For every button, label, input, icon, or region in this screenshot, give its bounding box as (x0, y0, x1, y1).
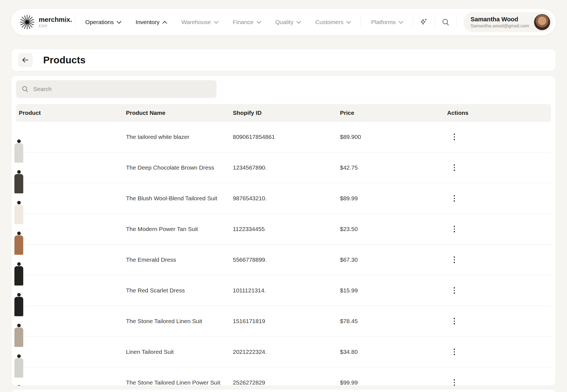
ai-assistant-button[interactable] (416, 9, 432, 35)
shopify-id-cell: 1122334455 (233, 226, 340, 232)
starburst-logo-icon (19, 14, 35, 30)
price-cell: $78.45 (340, 318, 447, 324)
column-header-actions: Actions (447, 110, 551, 116)
kebab-dot (454, 262, 455, 263)
brand-subtitle: ERP (39, 24, 72, 28)
page-header: Products (12, 49, 555, 71)
nav-item-inventory[interactable]: Inventory (128, 9, 174, 35)
nav-divider (435, 16, 435, 28)
products-table: Product Product Name Shopify ID Price Ac… (16, 104, 551, 386)
kebab-dot (454, 321, 455, 322)
chevron-down-icon (399, 19, 403, 24)
nav-item-platforms[interactable]: Platforms (364, 9, 410, 35)
row-actions-menu-button[interactable] (449, 347, 459, 357)
nav-item-customers[interactable]: Customers (308, 9, 358, 35)
nav-item-label: Customers (315, 19, 344, 25)
nav-item-warehouse[interactable]: Warehouse (174, 9, 225, 35)
chevron-down-icon (296, 19, 301, 24)
kebab-dot (454, 134, 455, 135)
user-name: Samantha Wood (471, 16, 529, 23)
kebab-dot (454, 259, 455, 261)
row-actions-menu-button[interactable] (449, 193, 459, 203)
product-name-cell: The Blush Wool-Blend Tailored Suit (126, 195, 233, 202)
nav-item-label: Operations (85, 19, 114, 25)
table-row[interactable]: Linen Tailored Suit 2021222324. $34.80 (16, 337, 551, 367)
product-name-cell: The Emerald Dress (126, 256, 233, 263)
table-row[interactable]: The Blush Wool-Blend Tailored Suit 98765… (16, 183, 551, 214)
row-actions-menu-button[interactable] (449, 224, 459, 234)
shopify-id-cell: 1234567890. (233, 164, 340, 171)
row-actions-menu-button[interactable] (449, 285, 459, 295)
price-cell: $42.75 (340, 164, 447, 171)
user-email: Samantha.wood@gmail.com (471, 23, 529, 28)
nav-divider (413, 16, 413, 28)
shopify-id-cell: 2021222324. (233, 349, 340, 355)
row-actions-menu-button[interactable] (449, 163, 459, 173)
kebab-dot (454, 256, 455, 258)
row-actions-menu-button[interactable] (449, 255, 459, 265)
nav-item-finance[interactable]: Finance (225, 9, 268, 35)
row-actions-menu-button[interactable] (449, 132, 459, 142)
search-bar[interactable] (16, 80, 217, 98)
search-icon (22, 85, 29, 93)
table-row[interactable]: The Red Scarlet Dress 1011121314. $15.99 (16, 275, 551, 306)
nav-menu: Operations Inventory Warehouse Finance Q… (78, 9, 358, 35)
kebab-dot (454, 167, 455, 168)
price-cell: $67.30 (340, 256, 447, 263)
kebab-dot (454, 229, 455, 230)
product-table-body: The tailored white blazer 8090617854861 … (16, 122, 551, 386)
kebab-dot (454, 287, 455, 289)
chevron-down-icon (346, 19, 351, 24)
price-cell: $89.900 (340, 134, 447, 140)
column-header-price: Price (340, 110, 447, 116)
arrow-left-icon (21, 56, 30, 64)
chevron-down-icon (117, 19, 121, 24)
chevron-up-icon (163, 21, 167, 26)
product-name-cell: The tailored white blazer (126, 134, 233, 140)
price-cell: $89.99 (340, 195, 447, 202)
back-button[interactable] (18, 53, 33, 67)
shopify-id-cell: 8090617854861 (233, 134, 340, 140)
kebab-dot (454, 164, 455, 166)
kebab-dot (454, 195, 455, 196)
product-name-cell: The Modern Power Tan Suit (126, 226, 233, 232)
table-row[interactable]: The Deep Chocolate Brown Dress 123456789… (16, 152, 551, 183)
brand-logo[interactable]: merchmix. ERP (19, 14, 72, 30)
product-name-cell: The Stone Tailored Linen Power Suit (126, 379, 233, 386)
kebab-dot (454, 290, 455, 291)
shopify-id-cell: 9876543210. (233, 195, 340, 202)
table-row[interactable]: The Stone Tailored Linen Power Suit 2526… (16, 367, 551, 386)
search-icon (441, 18, 450, 27)
row-actions-menu-button[interactable] (449, 378, 459, 386)
kebab-dot (454, 139, 455, 140)
kebab-dot (454, 231, 455, 232)
nav-item-label: Platforms (371, 19, 396, 25)
nav-item-label: Warehouse (181, 19, 211, 25)
nav-divider (75, 16, 75, 28)
products-panel: Product Product Name Shopify ID Price Ac… (12, 76, 555, 386)
search-button[interactable] (438, 9, 454, 35)
page-title: Products (43, 54, 86, 66)
price-cell: $34.80 (340, 349, 447, 355)
table-row[interactable]: The Emerald Dress 5566778899. $67.30 (16, 245, 551, 275)
price-cell: $99.99 (340, 379, 447, 386)
table-row[interactable]: The tailored white blazer 8090617854861 … (16, 122, 551, 152)
shopify-id-cell: 1011121314. (233, 287, 340, 294)
column-header-product-name: Product Name (126, 110, 233, 116)
nav-divider (457, 16, 457, 28)
chevron-down-icon (214, 19, 218, 24)
table-row[interactable]: The Stone Tailored Linen Suit 1516171819… (16, 306, 551, 337)
shopify-id-cell: 5566778899. (233, 256, 340, 263)
kebab-dot (454, 318, 455, 319)
user-profile-chip[interactable]: Samantha Wood Samantha.wood@gmail.com (463, 12, 553, 32)
kebab-dot (454, 385, 455, 386)
price-cell: $23.50 (340, 226, 447, 232)
nav-item-operations[interactable]: Operations (78, 9, 128, 35)
kebab-dot (454, 200, 455, 202)
nav-item-quality[interactable]: Quality (268, 9, 308, 35)
table-header-row: Product Product Name Shopify ID Price Ac… (16, 104, 551, 122)
row-actions-menu-button[interactable] (449, 316, 459, 326)
kebab-dot (454, 226, 455, 227)
search-input[interactable] (33, 85, 211, 93)
table-row[interactable]: The Modern Power Tan Suit 1122334455 $23… (16, 214, 551, 245)
